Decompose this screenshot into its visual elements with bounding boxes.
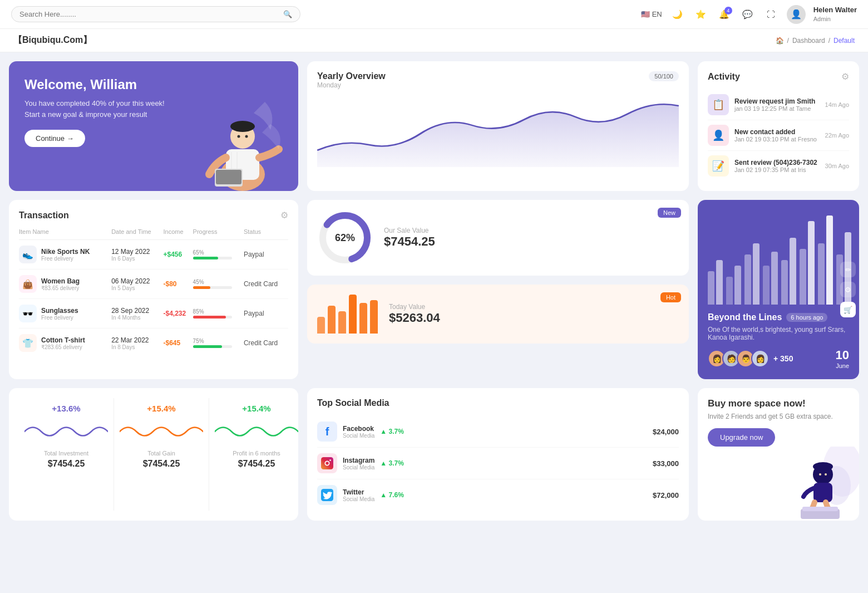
- svg-point-6: [238, 135, 240, 138]
- activity-info: New contact added Jan 02 19 03:10 PM at …: [734, 128, 820, 143]
- tx-item-name: Sunglasses: [41, 307, 78, 315]
- beyond-bar-chart: [708, 210, 849, 305]
- social-info: Twitter Social Media: [343, 488, 374, 502]
- activity-settings-icon[interactable]: ⚙: [841, 71, 849, 82]
- yearly-overview-header: Yearly Overview Monday 50/100: [317, 71, 679, 89]
- tx-item-sub: Free delivery: [41, 315, 78, 321]
- tx-progress-cell: 45%: [193, 269, 244, 299]
- activity-item: 📋 Review request jim Smith jan 03 19 12:…: [708, 90, 849, 120]
- transaction-settings-icon[interactable]: ⚙: [280, 210, 288, 220]
- beyond-avatars-group: 👩 🧑 👨 👩 + 350: [708, 350, 793, 367]
- beyond-desc: One Of the world,s brightest, young surf…: [708, 326, 849, 341]
- beyond-cart-icon[interactable]: 🛒: [840, 302, 856, 317]
- tx-item-icon: 👕: [19, 334, 37, 352]
- today-bar: [317, 317, 325, 334]
- social-info: Facebook Social Media: [343, 425, 374, 439]
- social-item: f Facebook Social Media ▲ 3.7% $24,000: [317, 416, 679, 448]
- donut-chart: 62%: [317, 210, 373, 266]
- stat-card: +15.4% Total Gain $7454.25: [114, 398, 209, 511]
- transaction-header: Transaction ⚙: [19, 210, 288, 220]
- breadcrumb-dashboard[interactable]: Dashboard: [792, 37, 825, 45]
- beyond-bar: [763, 266, 770, 305]
- activity-info: Sent review (504)236-7302 Jan 02 19 07:3…: [734, 159, 820, 173]
- tx-date-cell: 12 May 2022 In 6 Days: [111, 240, 163, 269]
- search-box[interactable]: 🔍: [11, 6, 300, 22]
- avatar-4: 👩: [751, 350, 769, 367]
- social-item: Twitter Social Media ▲ 7.6% $72,000: [317, 479, 679, 511]
- welcome-subtitle: You have completed 40% of your this week…: [24, 98, 166, 120]
- tx-column-header: Item Name: [19, 228, 111, 240]
- beyond-title-row: Beyond the Lines 6 hours ago: [708, 312, 849, 322]
- messages-icon[interactable]: 💬: [740, 7, 756, 22]
- tx-days: In 8 Days: [111, 344, 163, 350]
- social-value: $72,000: [653, 491, 679, 499]
- tx-date-cell: 22 Mar 2022 In 8 Days: [111, 329, 163, 358]
- activity-title: Activity: [708, 72, 740, 82]
- tx-progress-bar: [193, 345, 232, 348]
- beyond-settings-icon[interactable]: ⚙: [840, 282, 856, 297]
- nav-right: 🇺🇸 EN 🌙 ⭐ 🔔 4 💬 ⛶ 👤 Helen Walter Admin: [641, 5, 857, 24]
- beyond-title: Beyond the Lines: [708, 312, 782, 322]
- theme-toggle[interactable]: 🌙: [670, 7, 685, 22]
- beyond-bar: [771, 252, 778, 305]
- tx-column-header: Income: [164, 228, 193, 240]
- tx-date: 06 May 2022: [111, 277, 163, 285]
- svg-rect-12: [321, 457, 333, 469]
- bar-group: [800, 221, 815, 305]
- top-navigation: 🔍 🇺🇸 EN 🌙 ⭐ 🔔 4 💬 ⛶ 👤 Helen Walter Admin: [0, 0, 868, 29]
- user-avatar[interactable]: 👤: [787, 5, 806, 24]
- stat-wave: [120, 418, 203, 445]
- language-selector[interactable]: 🇺🇸 EN: [641, 10, 662, 18]
- tx-item-cell: 👕 Cotton T-shirt ₹283.65 delivery: [19, 329, 111, 358]
- donut-pct: 62%: [335, 232, 355, 244]
- search-input[interactable]: [19, 10, 279, 18]
- upgrade-button[interactable]: Upgrade now: [708, 428, 775, 447]
- buy-space-title: Buy more space now!: [708, 398, 849, 409]
- beyond-bar: [708, 271, 714, 305]
- home-icon[interactable]: 🏠: [776, 37, 784, 45]
- beyond-edit-icon[interactable]: ✏: [840, 262, 856, 277]
- today-bar: [349, 295, 357, 334]
- user-info[interactable]: Helen Walter Admin: [813, 6, 857, 23]
- tx-column-header: Date and Time: [111, 228, 163, 240]
- beyond-side-icons: ✏ ⚙ 🛒: [840, 262, 856, 317]
- favorites-icon[interactable]: ⭐: [693, 7, 709, 22]
- transaction-table-header: Item NameDate and TimeIncomeProgressStat…: [19, 228, 288, 240]
- main-content: Welcome, William You have completed 40% …: [0, 52, 868, 538]
- activity-title-text: New contact added: [734, 128, 820, 136]
- social-sub: Social Media: [343, 496, 374, 502]
- activity-time: 14m Ago: [825, 101, 849, 108]
- beyond-bar: [726, 277, 733, 305]
- social-sub: Social Media: [343, 464, 374, 471]
- yearly-overview-card: Yearly Overview Monday 50/100: [307, 61, 689, 191]
- social-item: Instagram Social Media ▲ 3.7% $33,000: [317, 448, 679, 479]
- beyond-bar: [826, 215, 833, 305]
- today-bar-chart: [317, 295, 378, 334]
- today-bar: [328, 306, 336, 334]
- table-row: 👜 Women Bag ₹83.65 delivery 06 May 2022 …: [19, 269, 288, 299]
- beyond-card: Beyond the Lines 6 hours ago One Of the …: [698, 200, 859, 379]
- beyond-footer: 👩 🧑 👨 👩 + 350 10 June: [708, 348, 849, 369]
- stat-value: $7454.25: [120, 459, 203, 469]
- middle-column: New 62% Our Sale Value $7454.25 Hot Toda…: [307, 200, 689, 379]
- tx-income-cell: +$456: [164, 240, 193, 269]
- continue-button[interactable]: Continue →: [24, 130, 85, 147]
- stat-card: +13.6% Total Investment $7454.25: [19, 398, 114, 511]
- tx-item-name: Nike Sports NK: [41, 248, 90, 256]
- activity-thumb: 👤: [708, 125, 729, 146]
- stat-label: Profit in 6 months: [215, 450, 298, 457]
- yearly-overview-subtitle: Monday: [317, 81, 386, 89]
- welcome-card: Welcome, William You have completed 40% …: [9, 61, 298, 191]
- svg-point-23: [819, 473, 821, 476]
- social-value: $33,000: [653, 459, 679, 468]
- stat-pct: +15.4%: [120, 404, 203, 413]
- beyond-bar: [753, 243, 760, 305]
- fullscreen-icon[interactable]: ⛶: [763, 7, 779, 22]
- stat-label: Total Investment: [24, 450, 108, 457]
- today-value-info: Today Value $5263.04: [389, 303, 440, 325]
- transaction-table: Item NameDate and TimeIncomeProgressStat…: [19, 228, 288, 357]
- tx-status-cell: Credit Card: [244, 269, 288, 299]
- stat-wave: [24, 418, 108, 445]
- tx-income-cell: -$4,232: [164, 299, 193, 329]
- notifications-icon[interactable]: 🔔 4: [717, 7, 732, 22]
